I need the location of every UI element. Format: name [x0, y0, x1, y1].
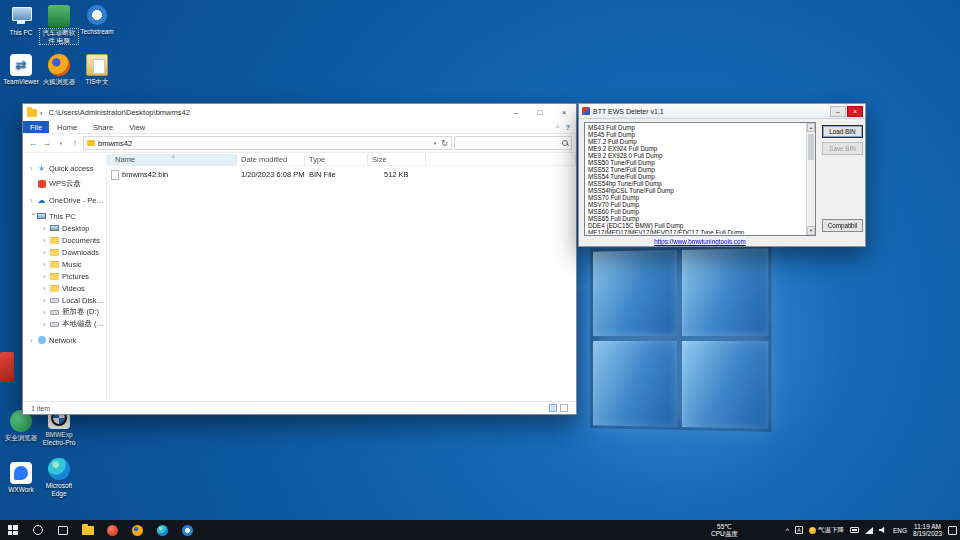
sidebar-item-videos[interactable]: ›Videos — [23, 282, 106, 294]
tab-share[interactable]: Share — [85, 121, 121, 133]
dump-type-listbox[interactable]: MS43 Full DumpMS45 Full DumpME7.2 Full D… — [584, 122, 816, 236]
load-bin-button[interactable]: Load BIN — [822, 125, 863, 138]
compatibility-button[interactable]: Compatibil — [822, 219, 863, 232]
network-icon[interactable] — [865, 527, 873, 534]
address-dropdown-icon[interactable]: ▾ — [434, 140, 437, 146]
dump-type-option[interactable]: MSS60 Full Dump — [586, 208, 805, 215]
tab-view[interactable]: View — [121, 121, 153, 133]
desktop-icon-this-pc[interactable]: This PC — [2, 5, 40, 37]
task-view-button[interactable] — [50, 520, 75, 540]
website-link[interactable]: https://www.bmwtuningtools.com — [584, 238, 816, 245]
sidebar-item-disk-d[interactable]: ›新加卷 (D:) — [23, 306, 106, 318]
taskbar-firefox[interactable] — [125, 520, 150, 540]
chevron-icon[interactable]: › — [43, 260, 50, 269]
ribbon-collapse-icon[interactable]: ^ — [556, 123, 560, 132]
dump-type-option[interactable]: MSS52 Tune/Full Dump — [586, 166, 805, 173]
column-header-size[interactable]: Size — [368, 154, 426, 165]
help-icon[interactable]: ? — [565, 123, 570, 132]
save-bin-button[interactable]: Save BIN — [822, 142, 863, 155]
search-box[interactable] — [454, 136, 572, 150]
chevron-icon[interactable]: › — [43, 284, 50, 293]
desktop-icon-edge[interactable]: Microsoft Edge — [40, 458, 78, 497]
desktop-icon-teamviewer[interactable]: ⇄ TeamViewer — [2, 54, 40, 86]
maximize-button[interactable]: □ — [528, 104, 552, 121]
scrollbar-thumb[interactable] — [808, 134, 814, 160]
column-header-type[interactable]: Type — [305, 154, 368, 165]
sidebar-item-this-pc[interactable]: ›This PC — [23, 210, 106, 222]
cortana-search-button[interactable] — [25, 520, 50, 540]
back-button[interactable]: ← — [27, 137, 39, 149]
hidden-icons-chevron[interactable]: ^ — [786, 527, 789, 534]
dump-type-option[interactable]: DDE4 (EDC15C BMW) Full Dump — [586, 222, 805, 229]
scroll-down-icon[interactable]: ▼ — [807, 226, 815, 235]
dump-type-option[interactable]: ME9.2 EX928.0 Full Dump — [586, 152, 805, 159]
sidebar-item-wps-cloud[interactable]: WPS云盘 — [23, 178, 106, 190]
dump-type-option[interactable]: MS45 Full Dump — [586, 131, 805, 138]
minimize-button[interactable]: – — [830, 106, 846, 117]
dump-type-option[interactable]: MSS50 Tune/Full Dump — [586, 159, 805, 166]
address-bar[interactable]: bmwms42 ▾ ↻ — [83, 136, 452, 150]
chevron-down-icon[interactable]: › — [29, 213, 38, 220]
weather-widget[interactable]: 气温下降 — [809, 526, 844, 535]
dump-type-option[interactable]: MSS65 Full Dump — [586, 215, 805, 222]
ime-icon[interactable]: A — [795, 526, 803, 534]
dump-type-option[interactable]: MSS54hp Tune/Full Dump — [586, 180, 805, 187]
large-icons-view-button[interactable] — [560, 404, 568, 412]
dump-type-option[interactable]: MS43 Full Dump — [586, 124, 805, 131]
action-center-icon[interactable] — [948, 526, 957, 535]
sidebar-item-pictures[interactable]: ›Pictures — [23, 270, 106, 282]
chevron-icon[interactable]: › — [30, 164, 37, 173]
desktop-icon-wxwork[interactable]: WXWork — [2, 462, 40, 494]
desktop-icon-tis[interactable]: TIS中文 — [78, 54, 116, 86]
dump-type-option[interactable]: MSV70 Full Dump — [586, 201, 805, 208]
file-row-bmwms42-bin[interactable]: bmwms42.bin 1/20/2023 6:08 PM BIN File 5… — [107, 168, 576, 181]
sidebar-item-quick-access[interactable]: ›★Quick access — [23, 162, 106, 174]
qat-customize-icon[interactable]: ▾ — [40, 110, 43, 116]
chevron-icon[interactable]: › — [43, 320, 50, 329]
sidebar-item-desktop[interactable]: ›Desktop — [23, 222, 106, 234]
chevron-icon[interactable]: › — [43, 272, 50, 281]
tab-home[interactable]: Home — [49, 121, 85, 133]
chevron-icon[interactable]: › — [43, 248, 50, 257]
desktop-icon-red-app[interactable] — [0, 352, 20, 382]
ews-titlebar[interactable]: BTT EWS Deleter v1.1 – × — [579, 104, 865, 119]
sidebar-item-documents[interactable]: ›Documents — [23, 234, 106, 246]
search-input[interactable] — [458, 140, 562, 147]
sidebar-item-local-disk-c[interactable]: ›Local Disk (C:) — [23, 294, 106, 306]
clock[interactable]: 11:19 AM 8/19/2023 — [913, 523, 942, 537]
language-indicator[interactable]: ENG — [893, 527, 907, 534]
chevron-icon[interactable]: › — [30, 336, 37, 345]
taskbar-file-explorer[interactable] — [75, 520, 100, 540]
cpu-temp-widget[interactable]: 55℃ CPU温度 — [711, 523, 738, 537]
sidebar-item-disk-e[interactable]: ›本地磁盘 (E:) — [23, 318, 106, 330]
scroll-up-icon[interactable]: ▲ — [807, 123, 815, 132]
dump-type-option[interactable]: ME7.2 Full Dump — [586, 138, 805, 145]
chevron-icon[interactable]: › — [43, 236, 50, 245]
up-button[interactable]: ↑ — [69, 137, 81, 149]
dump-type-option[interactable]: MSS54 Tune/Full Dump — [586, 173, 805, 180]
taskbar-search-app[interactable] — [175, 520, 200, 540]
search-icon[interactable] — [562, 140, 568, 146]
sidebar-item-downloads[interactable]: ›Downloads — [23, 246, 106, 258]
sidebar-item-music[interactable]: ›Music — [23, 258, 106, 270]
dump-type-option[interactable]: MSS70 Full Dump — [586, 194, 805, 201]
dump-type-option[interactable]: MSS54hpCSL Tune/Full Dump — [586, 187, 805, 194]
dump-type-option[interactable]: ME9.2 EX924 Full Dump — [586, 145, 805, 152]
column-header-name[interactable]: Name∧ — [107, 154, 237, 165]
column-header-date[interactable]: Date modified — [237, 154, 305, 165]
refresh-icon[interactable]: ↻ — [441, 139, 448, 148]
close-button[interactable]: × — [552, 104, 576, 121]
chevron-icon[interactable]: › — [43, 308, 50, 317]
chevron-icon[interactable]: › — [30, 196, 37, 205]
close-button[interactable]: × — [847, 106, 863, 117]
taskbar-edge[interactable] — [150, 520, 175, 540]
taskbar-browser-red[interactable] — [100, 520, 125, 540]
start-button[interactable] — [0, 520, 25, 540]
minimize-button[interactable]: – — [504, 104, 528, 121]
tab-file[interactable]: File — [23, 121, 49, 133]
chevron-icon[interactable]: › — [43, 224, 50, 233]
history-dropdown-icon[interactable]: ▾ — [55, 137, 67, 149]
chevron-icon[interactable]: › — [43, 296, 50, 305]
sidebar-item-onedrive[interactable]: ›☁OneDrive - Personal — [23, 194, 106, 206]
details-view-button[interactable] — [549, 404, 557, 412]
